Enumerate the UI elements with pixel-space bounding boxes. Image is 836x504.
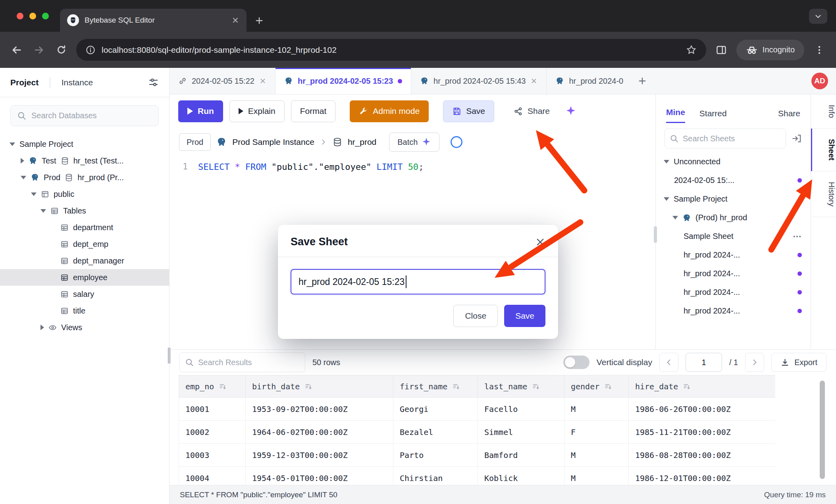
- format-button[interactable]: Format: [291, 100, 336, 122]
- site-info-icon[interactable]: [86, 45, 95, 55]
- instance-name[interactable]: Prod Sample Instance: [232, 137, 314, 147]
- tab-mine[interactable]: Mine: [666, 108, 685, 123]
- sheet-name-input[interactable]: hr_prod 2024-02-05 15:23: [291, 269, 545, 294]
- cell[interactable]: M: [564, 467, 629, 485]
- chevron-down-icon[interactable]: [672, 216, 678, 219]
- tree-item-prod-db[interactable]: Prod hr_prod (Pr...: [0, 169, 169, 186]
- run-button[interactable]: Run: [178, 100, 223, 122]
- export-button[interactable]: Export: [771, 353, 826, 372]
- column-header[interactable]: hire_date: [629, 375, 776, 398]
- sheet-item[interactable]: 2024-02-05 15:...: [656, 171, 811, 190]
- tab-starred[interactable]: Starred: [699, 109, 727, 123]
- cell[interactable]: Chirstian: [393, 467, 478, 485]
- column-header[interactable]: emp_no: [179, 375, 246, 398]
- close-icon[interactable]: [530, 77, 537, 85]
- cell[interactable]: 10004: [179, 467, 246, 485]
- column-header[interactable]: first_name: [393, 375, 478, 398]
- sheet-search-input[interactable]: [683, 134, 781, 143]
- cell[interactable]: Bamford: [478, 444, 564, 467]
- cell[interactable]: M: [564, 444, 629, 467]
- chevron-down-icon[interactable]: [40, 209, 46, 213]
- cell[interactable]: 10001: [179, 398, 246, 421]
- cell[interactable]: 1953-09-02T00:00:00Z: [246, 398, 393, 421]
- cell[interactable]: 1985-11-21T00:00:00Z: [629, 421, 776, 444]
- add-query-tab-button[interactable]: [632, 68, 653, 94]
- chevron-down-icon[interactable]: [21, 176, 26, 179]
- chevron-down-icon[interactable]: [10, 142, 15, 146]
- strip-tab-history[interactable]: History: [811, 171, 836, 217]
- new-tab-button[interactable]: [250, 12, 268, 29]
- close-modal-icon[interactable]: [535, 237, 545, 247]
- tab-search-button[interactable]: [809, 9, 827, 24]
- side-panel-icon[interactable]: [714, 43, 728, 57]
- database-name[interactable]: hr_prod: [348, 137, 376, 147]
- cell[interactable]: 1954-05-01T00:00:00Z: [246, 467, 393, 485]
- cell[interactable]: 1986-08-28T00:00:00Z: [629, 444, 776, 467]
- tree-item-table-salary[interactable]: salary: [0, 286, 169, 302]
- sort-icon[interactable]: [532, 383, 540, 391]
- sort-icon[interactable]: [304, 383, 312, 391]
- cell[interactable]: 1964-06-02T00:00:00Z: [246, 421, 393, 444]
- tab-instance[interactable]: Instance: [62, 78, 93, 87]
- back-button[interactable]: [10, 43, 24, 57]
- cell[interactable]: Simmel: [478, 421, 564, 444]
- tree-group-tables[interactable]: Tables: [0, 202, 169, 219]
- database-search[interactable]: [10, 105, 159, 126]
- cell[interactable]: 10003: [179, 444, 246, 467]
- column-header[interactable]: last_name: [478, 375, 564, 398]
- sheet-item[interactable]: hr_prod 2024-...: [656, 246, 811, 264]
- url-bar[interactable]: localhost:8080/sql-editor/prod-sample-in…: [76, 39, 706, 61]
- reload-button[interactable]: [54, 43, 68, 57]
- minimize-window-button[interactable]: [29, 13, 36, 19]
- modal-close-button[interactable]: Close: [453, 305, 498, 327]
- sheet-item[interactable]: hr_prod 2024-...: [656, 302, 811, 320]
- close-window-button[interactable]: [17, 13, 23, 19]
- collapse-panel-icon[interactable]: [792, 133, 802, 144]
- chevron-down-icon[interactable]: [664, 197, 669, 201]
- results-search[interactable]: [179, 352, 305, 372]
- admin-mode-button[interactable]: Admin mode: [350, 100, 429, 122]
- sort-icon[interactable]: [452, 383, 460, 391]
- tree-item-table-dept-manager[interactable]: dept_manager: [0, 252, 169, 269]
- cell[interactable]: M: [564, 398, 629, 421]
- query-tab-4[interactable]: hr_prod 2024-0: [547, 68, 632, 94]
- sort-icon[interactable]: [683, 383, 691, 391]
- filter-sliders-icon[interactable]: [148, 77, 159, 88]
- cell[interactable]: 10002: [179, 421, 246, 444]
- cell[interactable]: Parto: [393, 444, 478, 467]
- chevron-down-icon[interactable]: [664, 160, 669, 164]
- sheet-group-project[interactable]: Sample Project: [656, 190, 811, 208]
- chevron-right-icon[interactable]: [21, 158, 24, 164]
- browser-menu-button[interactable]: [812, 43, 826, 57]
- column-header[interactable]: gender: [564, 375, 629, 398]
- query-tab-1[interactable]: 2024-02-05 15:22: [170, 68, 275, 94]
- prev-page-button[interactable]: [659, 353, 678, 372]
- fullscreen-window-button[interactable]: [42, 13, 49, 19]
- user-avatar[interactable]: AD: [811, 73, 828, 89]
- panel-resize-handle[interactable]: [654, 226, 657, 243]
- modal-save-button[interactable]: Save: [504, 305, 545, 327]
- url-text[interactable]: localhost:8080/sql-editor/prod-sample-in…: [102, 45, 680, 55]
- browser-tab[interactable]: Bytebase SQL Editor: [60, 9, 247, 32]
- tree-item-table-dept-emp[interactable]: dept_emp: [0, 236, 169, 252]
- database-search-input[interactable]: [31, 111, 152, 120]
- tree-item-project[interactable]: Sample Project: [0, 136, 169, 152]
- column-header[interactable]: birth_date: [246, 375, 393, 398]
- batch-button[interactable]: Batch: [389, 133, 439, 152]
- bookmark-star-icon[interactable]: [686, 44, 697, 55]
- close-icon[interactable]: [259, 77, 266, 85]
- strip-tab-info[interactable]: Info: [811, 94, 836, 129]
- tree-item-table-title[interactable]: title: [0, 302, 169, 319]
- cell[interactable]: Bezalel: [393, 421, 478, 444]
- environment-pill[interactable]: Prod: [179, 133, 211, 151]
- sheet-item[interactable]: hr_prod 2024-...: [656, 264, 811, 283]
- scrollbar-thumb[interactable]: [820, 381, 825, 479]
- tab-project[interactable]: Project: [10, 78, 39, 87]
- results-search-input[interactable]: [198, 358, 299, 367]
- cell[interactable]: F: [564, 421, 629, 444]
- sheet-item-sample[interactable]: Sample Sheet: [656, 227, 811, 246]
- cell[interactable]: 1986-06-26T00:00:00Z: [629, 398, 776, 421]
- sidebar-resize-handle[interactable]: [168, 348, 171, 364]
- tree-item-table-employee[interactable]: employee: [0, 269, 169, 286]
- cell[interactable]: Facello: [478, 398, 564, 421]
